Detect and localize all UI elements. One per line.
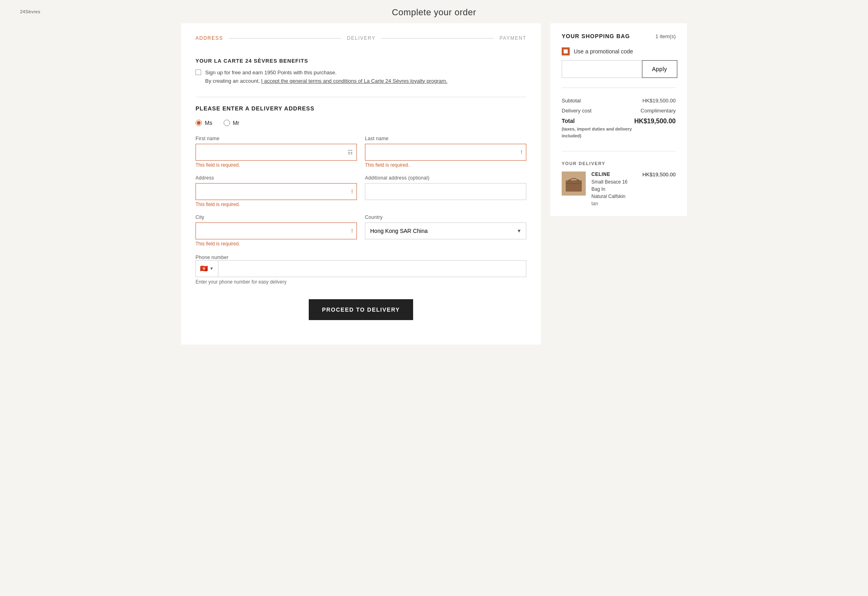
- step-line-1: [229, 38, 342, 39]
- step-address-label: ADDRESS: [196, 35, 223, 41]
- first-name-label: First name: [196, 136, 357, 141]
- country-select[interactable]: Hong Kong SAR China China Japan Singapor…: [365, 222, 526, 239]
- promo-tag-icon: [562, 47, 570, 55]
- salutation-mr-label[interactable]: Mr: [224, 120, 239, 126]
- total-left: Total (taxes, import duties and delivery…: [562, 118, 632, 139]
- promo-header: Use a promotional code: [562, 47, 676, 55]
- benefits-checkbox[interactable]: [196, 69, 201, 75]
- shopping-bag-header: YOUR SHOPPING BAG 1 item(s): [562, 33, 676, 39]
- first-name-wrapper: ☷: [196, 144, 357, 161]
- step-line-2: [381, 38, 494, 39]
- first-name-error: This field is required.: [196, 162, 357, 168]
- address-error: This field is required.: [196, 202, 357, 207]
- shopping-bag-title: YOUR SHOPPING BAG: [562, 33, 630, 39]
- name-row: First name ☷ This field is required. Las…: [196, 136, 526, 168]
- salutation-ms-text: Ms: [205, 120, 212, 126]
- last-name-wrapper: !: [365, 144, 526, 161]
- benefits-row: Sign up for free and earn 1950 Points wi…: [196, 69, 526, 86]
- item-count: 1 item(s): [655, 33, 676, 39]
- additional-address-label: Additional address (optional): [365, 175, 526, 181]
- order-summary: Subtotal HK$19,500.00 Delivery cost Comp…: [562, 98, 676, 151]
- svg-rect-1: [568, 180, 570, 182]
- item-name: Small Besace 16 Bag InNatural Calfskin: [591, 178, 637, 200]
- benefits-title: YOUR LA CARTE 24 SÈVRES BENEFITS: [196, 58, 526, 64]
- salutation-mr-radio[interactable]: [224, 120, 230, 126]
- address-group: Address ! This field is required.: [196, 175, 357, 207]
- first-name-group: First name ☷ This field is required.: [196, 136, 357, 168]
- item-variant: tan: [591, 201, 637, 206]
- main-container: ADDRESS DELIVERY PAYMENT YOUR LA CARTE 2…: [173, 23, 695, 361]
- delivery-cost-value: Complimentary: [641, 108, 676, 114]
- total-label: Total: [562, 118, 632, 124]
- last-name-input[interactable]: [365, 144, 526, 161]
- last-name-group: Last name ! This field is required.: [365, 136, 526, 168]
- phone-label: Phone number: [196, 255, 228, 260]
- delivery-items: YOUR DELIVERY CELINE Small Besace 16 Bag…: [562, 161, 676, 206]
- city-group: City ! This field is required.: [196, 214, 357, 247]
- city-country-row: City ! This field is required. Country H…: [196, 214, 526, 247]
- city-error-icon: !: [351, 228, 353, 234]
- item-details: CELINE Small Besace 16 Bag InNatural Cal…: [591, 171, 637, 206]
- phone-hint: Enter your phone number for easy deliver…: [196, 279, 526, 285]
- tax-note: (taxes, import duties and deliveryinclud…: [562, 126, 632, 139]
- proceed-to-delivery-button[interactable]: Proceed to delivery: [309, 299, 413, 320]
- phone-number-input[interactable]: [218, 261, 526, 277]
- apply-promo-button[interactable]: Apply: [642, 60, 677, 78]
- city-wrapper: !: [196, 222, 357, 239]
- progress-steps: ADDRESS DELIVERY PAYMENT: [196, 35, 526, 45]
- city-input[interactable]: [196, 222, 357, 239]
- svg-rect-2: [577, 180, 579, 182]
- total-row: Total (taxes, import duties and delivery…: [562, 118, 676, 139]
- delivery-section-title: YOUR DELIVERY: [562, 161, 676, 166]
- hk-flag-icon: 🇭🇰: [200, 265, 208, 272]
- benefits-section: YOUR LA CARTE 24 SÈVRES BENEFITS Sign up…: [196, 58, 526, 86]
- page-title: Complete your order: [392, 7, 476, 17]
- additional-address-input[interactable]: [365, 183, 526, 200]
- phone-chevron-icon: ▼: [210, 266, 214, 271]
- country-select-wrapper: Hong Kong SAR China China Japan Singapor…: [365, 222, 526, 239]
- step-delivery-label: DELIVERY: [347, 35, 375, 41]
- additional-address-wrapper: [365, 183, 526, 200]
- benefits-text: Sign up for free and earn 1950 Points wi…: [205, 69, 447, 86]
- country-label: Country: [365, 214, 526, 220]
- subtotal-value: HK$19,500.00: [642, 98, 676, 104]
- delivery-cost-label: Delivery cost: [562, 108, 591, 114]
- subtotal-label: Subtotal: [562, 98, 581, 104]
- city-label: City: [196, 214, 357, 220]
- site-logo: 24Sèvres: [20, 9, 40, 14]
- first-name-input[interactable]: [196, 144, 357, 161]
- item-price: HK$19,500.00: [642, 171, 676, 206]
- promo-code-input[interactable]: [562, 60, 642, 78]
- page-header: 24Sèvres Complete your order: [0, 0, 868, 23]
- total-amount: HK$19,500.00: [634, 118, 676, 125]
- right-panel: YOUR SHOPPING BAG 1 item(s) Use a promot…: [550, 23, 687, 216]
- promo-input-row: Apply: [562, 60, 676, 78]
- step-payment-label: PAYMENT: [499, 35, 526, 41]
- salutation-mr-text: Mr: [233, 120, 239, 126]
- delivery-item: CELINE Small Besace 16 Bag InNatural Cal…: [562, 171, 676, 206]
- item-thumbnail: [562, 171, 586, 196]
- address-section: PLEASE ENTER A DELIVERY ADDRESS Ms Mr Fi…: [196, 105, 526, 285]
- additional-address-group: Additional address (optional): [365, 175, 526, 207]
- item-brand: CELINE: [591, 171, 637, 177]
- step-payment: PAYMENT: [499, 35, 526, 41]
- country-group: Country Hong Kong SAR China China Japan …: [365, 214, 526, 247]
- svg-rect-0: [566, 180, 582, 192]
- last-name-error: This field is required.: [365, 162, 526, 168]
- phone-input-row: 🇭🇰 ▼: [196, 260, 526, 277]
- benefits-terms-link[interactable]: I accept the general terms and condition…: [261, 78, 447, 84]
- contact-card-icon: ☷: [348, 149, 353, 155]
- address-input[interactable]: [196, 183, 357, 200]
- salutation-ms-label[interactable]: Ms: [196, 120, 212, 126]
- divider-benefits: [196, 97, 526, 97]
- address-wrapper: !: [196, 183, 357, 200]
- subtotal-row: Subtotal HK$19,500.00: [562, 98, 676, 104]
- last-name-error-icon: !: [521, 149, 522, 155]
- address-error-icon: !: [351, 188, 353, 195]
- promo-label: Use a promotional code: [574, 48, 633, 55]
- salutation-ms-radio[interactable]: [196, 120, 202, 126]
- left-panel: ADDRESS DELIVERY PAYMENT YOUR LA CARTE 2…: [181, 23, 541, 345]
- city-error: This field is required.: [196, 241, 357, 247]
- phone-flag-button[interactable]: 🇭🇰 ▼: [196, 261, 218, 277]
- salutation-group: Ms Mr: [196, 120, 526, 126]
